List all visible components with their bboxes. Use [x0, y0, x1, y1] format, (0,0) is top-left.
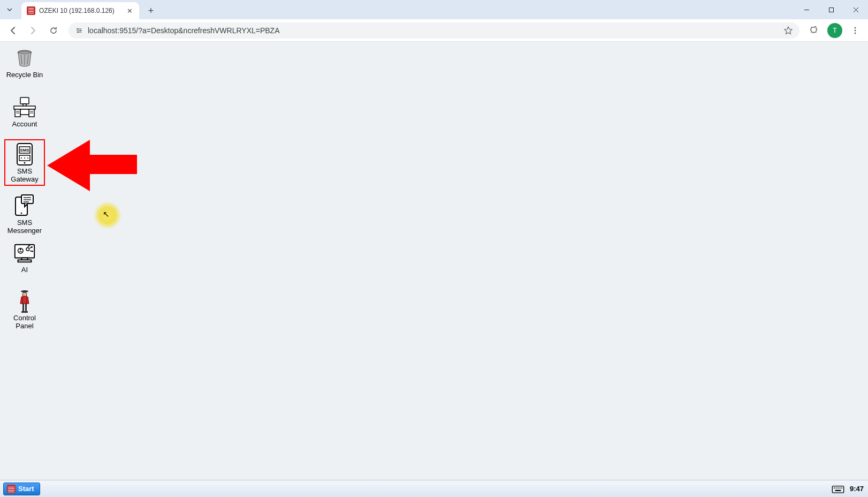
svg-point-6	[855, 32, 856, 34]
start-button[interactable]: Start	[3, 483, 40, 495]
svg-point-39	[32, 251, 33, 252]
chevron-down-icon	[6, 6, 13, 13]
kebab-icon	[851, 26, 859, 35]
svg-rect-45	[25, 304, 27, 311]
svg-point-3	[78, 31, 79, 33]
arrow-left-icon	[8, 26, 18, 35]
svg-rect-52	[840, 487, 841, 488]
ai-icon	[13, 241, 36, 265]
desktop-icon-label: Control Panel	[13, 314, 36, 330]
svg-text:SMS: SMS	[20, 148, 29, 153]
svg-point-41	[21, 290, 28, 292]
site-params-icon	[75, 26, 83, 35]
reload-button[interactable]	[45, 22, 62, 39]
sms-gateway-icon: SMS	[13, 142, 36, 166]
browser-titlebar: OZEKI 10 (192.168.0.126) ✕ +	[0, 0, 868, 19]
tab-title: OZEKI 10 (192.168.0.126)	[39, 7, 121, 14]
reload-icon	[49, 26, 58, 35]
back-button[interactable]	[4, 22, 21, 39]
profile-button[interactable]: T	[826, 22, 843, 39]
browser-tab[interactable]: OZEKI 10 (192.168.0.126) ✕	[21, 2, 139, 19]
svg-rect-43	[22, 296, 27, 304]
cursor-icon: ↖	[103, 209, 110, 219]
desktop-icon-label: AI	[21, 266, 28, 274]
svg-point-25	[24, 162, 26, 164]
tab-close-button[interactable]: ✕	[125, 6, 134, 15]
window-minimize-button[interactable]	[794, 0, 819, 19]
control-panel-icon	[13, 289, 36, 313]
tab-search-button[interactable]	[0, 0, 19, 19]
desktop-icon-sms-messenger[interactable]: SMS Messenger	[4, 194, 45, 235]
new-tab-button[interactable]: +	[143, 3, 158, 18]
window-maximize-button[interactable]	[819, 0, 843, 19]
browser-toolbar: localhost:9515/?a=Desktop&ncrefreshVWRLR…	[0, 19, 868, 42]
svg-rect-46	[21, 311, 25, 313]
svg-rect-50	[836, 487, 837, 488]
desktop-icon-label: Account	[12, 121, 37, 129]
svg-rect-47	[25, 311, 28, 313]
desktop-icon-label: SMS Messenger	[7, 219, 42, 235]
extensions-button[interactable]	[806, 22, 823, 39]
taskbar-clock[interactable]: 9:47	[850, 485, 864, 493]
cursor-highlight: ↖	[94, 201, 121, 229]
svg-point-1	[77, 28, 79, 29]
desktop-icon-sms-gateway[interactable]: SMS SMS Gateway	[4, 139, 45, 186]
svg-rect-54	[835, 490, 841, 491]
svg-rect-51	[837, 487, 839, 488]
desktop-icon-recycle-bin[interactable]: Recycle Bin	[4, 46, 45, 79]
desktop-icon-label: SMS Gateway	[11, 168, 38, 184]
svg-rect-34	[18, 260, 32, 262]
svg-point-24	[27, 157, 28, 159]
svg-point-37	[28, 245, 30, 246]
system-tray: 9:47	[832, 485, 864, 493]
puzzle-icon	[810, 26, 819, 35]
svg-point-22	[21, 157, 22, 159]
svg-point-2	[80, 29, 81, 31]
svg-point-38	[31, 246, 33, 248]
svg-rect-48	[832, 486, 843, 492]
url-text: localhost:9515/?a=Desktop&ncrefreshVWRLR…	[88, 26, 779, 35]
svg-rect-10	[14, 106, 35, 109]
address-bar[interactable]: localhost:9515/?a=Desktop&ncrefreshVWRLR…	[68, 22, 800, 39]
svg-rect-8	[20, 97, 29, 104]
ozeki-taskbar: Start 9:47	[0, 480, 868, 497]
svg-rect-44	[22, 304, 24, 311]
svg-point-27	[21, 213, 22, 214]
start-icon	[7, 485, 16, 493]
account-icon	[13, 95, 36, 119]
desktop-icon-ai[interactable]: AI	[4, 241, 45, 274]
svg-rect-0	[829, 7, 833, 12]
svg-point-36	[20, 248, 21, 250]
svg-rect-13	[20, 109, 29, 115]
desktop-icon-label: Recycle Bin	[6, 71, 43, 79]
svg-point-4	[855, 27, 856, 28]
svg-rect-53	[841, 487, 842, 488]
star-icon[interactable]	[783, 26, 793, 35]
desktop-icon-account[interactable]: Account	[4, 95, 45, 129]
svg-rect-49	[834, 487, 835, 488]
svg-point-23	[24, 157, 25, 159]
window-close-button[interactable]	[843, 0, 868, 19]
sms-messenger-icon	[13, 194, 36, 217]
menu-button[interactable]	[847, 22, 864, 39]
window-controls	[794, 0, 868, 19]
avatar-icon: T	[827, 23, 842, 38]
keyboard-icon[interactable]	[832, 485, 844, 493]
start-label: Start	[18, 485, 34, 493]
arrow-right-icon	[28, 26, 38, 35]
ozeki-desktop[interactable]: Recycle Bin Account SMS	[0, 42, 868, 480]
svg-point-5	[855, 29, 856, 31]
forward-button[interactable]	[25, 22, 42, 39]
tab-favicon-icon	[27, 6, 35, 15]
recycle-bin-icon	[13, 46, 36, 70]
desktop-icon-control-panel[interactable]: Control Panel	[4, 289, 45, 330]
